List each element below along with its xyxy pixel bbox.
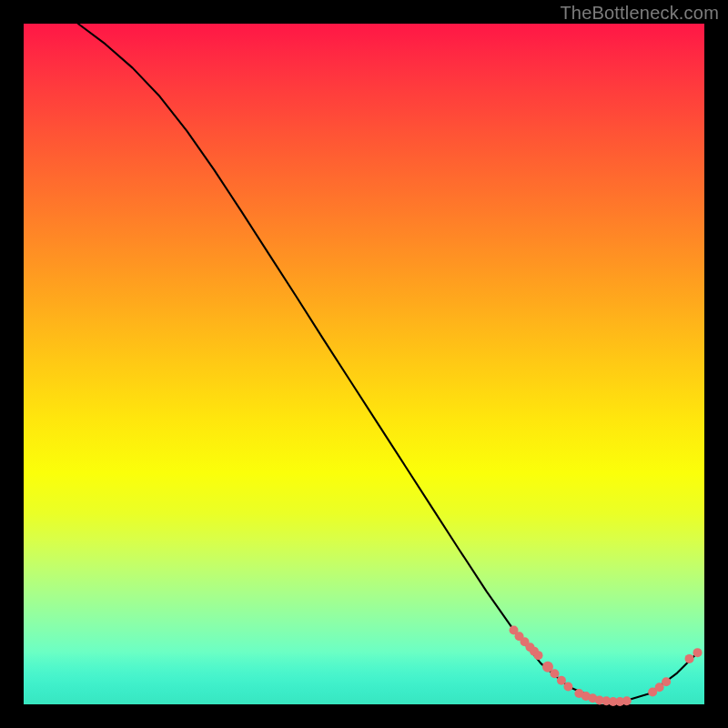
data-point: [662, 677, 671, 686]
watermark-text: TheBottleneck.com: [560, 3, 719, 24]
chart-frame: TheBottleneck.com: [0, 0, 728, 728]
data-point: [622, 696, 632, 705]
data-point: [685, 654, 694, 663]
data-point: [693, 648, 703, 657]
curve-markers: [510, 625, 703, 706]
data-point: [563, 682, 572, 692]
bottleneck-curve: [78, 24, 698, 702]
data-point: [550, 669, 559, 678]
data-point: [557, 676, 566, 685]
plot-area: [24, 24, 704, 704]
data-point: [533, 651, 542, 660]
curve-svg: [24, 24, 704, 704]
